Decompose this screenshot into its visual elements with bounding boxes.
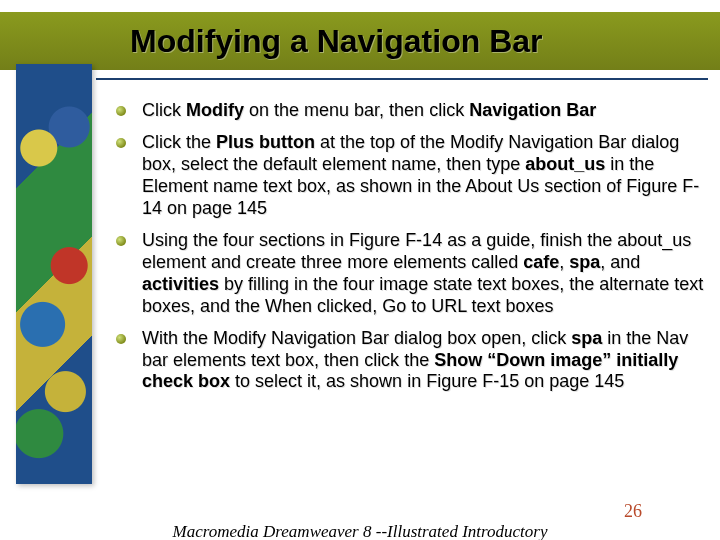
slide: Modifying a Navigation Bar Click Modify … [0,0,720,540]
text: Click the [142,132,216,152]
content-area: Click Modify on the menu bar, then click… [116,100,704,403]
text: , and [600,252,640,272]
bold-text: cafe [523,252,559,272]
text: to select it, as shown in Figure F-15 on… [230,371,624,391]
title-divider [96,78,708,80]
text: , [559,252,569,272]
bold-text: Navigation Bar [469,100,596,120]
text: on the menu bar, then click [244,100,469,120]
bold-text: spa [571,328,602,348]
slide-title: Modifying a Navigation Bar [130,23,542,60]
bullet-item: With the Modify Navigation Bar dialog bo… [116,328,704,394]
text: Click [142,100,186,120]
page-number: 26 [624,501,642,522]
bullet-item: Using the four sections in Figure F-14 a… [116,230,704,318]
text: With the Modify Navigation Bar dialog bo… [142,328,571,348]
footer-text: Macromedia Dreamweaver 8 --Illustrated I… [0,522,720,540]
bullet-item: Click the Plus button at the top of the … [116,132,704,220]
bullet-list: Click Modify on the menu bar, then click… [116,100,704,393]
bold-text: Modify [186,100,244,120]
bold-text: spa [569,252,600,272]
bold-text: about_us [525,154,605,174]
text: by filling in the four image state text … [142,274,703,316]
bold-text: activities [142,274,219,294]
decorative-art-strip [16,64,92,484]
bullet-item: Click Modify on the menu bar, then click… [116,100,704,122]
bold-text: Plus button [216,132,315,152]
title-band: Modifying a Navigation Bar [0,12,720,70]
